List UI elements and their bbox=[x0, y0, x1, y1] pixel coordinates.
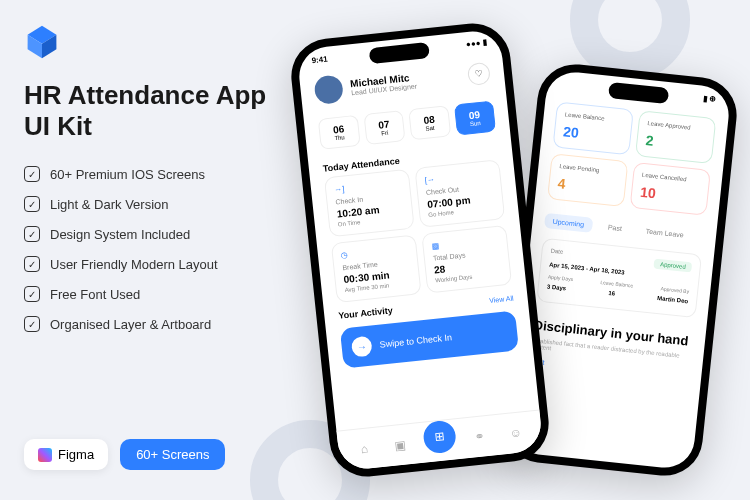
tab-team[interactable]: Team Leave bbox=[637, 223, 692, 244]
date-option[interactable]: 08Sat bbox=[408, 105, 451, 140]
signal-icon: ●●● ▮ bbox=[466, 38, 488, 49]
user-icon: ☺ bbox=[509, 425, 523, 440]
home-icon: ⌂ bbox=[360, 442, 369, 457]
view-all-link[interactable]: View All bbox=[489, 294, 514, 304]
activity-heading: Your Activity bbox=[338, 305, 393, 321]
arrow-right-icon: → bbox=[351, 336, 373, 358]
promo-card: Disciplinary in your hand established fa… bbox=[517, 306, 707, 391]
feature-item: ✓Design System Included bbox=[24, 226, 284, 242]
date-option-selected[interactable]: 09Sun bbox=[453, 101, 496, 136]
notification-button[interactable]: ♡ bbox=[467, 62, 491, 86]
grid-icon: ⊞ bbox=[434, 429, 445, 444]
signal-icon: ▮ ⊕ bbox=[703, 94, 717, 104]
tab-upcoming[interactable]: Upcoming bbox=[544, 213, 593, 233]
date-option[interactable]: 07Fri bbox=[363, 110, 406, 145]
check-icon: ✓ bbox=[24, 226, 40, 242]
nav-home[interactable]: ⌂ bbox=[351, 436, 377, 462]
leave-pending-card[interactable]: Leave Pending4 bbox=[547, 153, 628, 207]
screens-count-badge: 60+ Screens bbox=[120, 439, 225, 470]
checkin-card[interactable]: →]Check In10:20 amOn Time bbox=[324, 169, 415, 238]
nav-center[interactable]: ⊞ bbox=[422, 419, 457, 454]
feature-item: ✓User Friendly Modern Layout bbox=[24, 256, 284, 272]
check-icon: ✓ bbox=[24, 286, 40, 302]
totaldays-card[interactable]: ▦Total Days28Working Days bbox=[421, 225, 512, 294]
leave-approved-card[interactable]: Leave Approved2 bbox=[635, 110, 716, 164]
figma-badge: Figma bbox=[24, 439, 108, 470]
check-icon: ✓ bbox=[24, 196, 40, 212]
calendar-icon: ▣ bbox=[394, 438, 406, 453]
check-icon: ✓ bbox=[24, 316, 40, 332]
break-card[interactable]: ◷Break Time00:30 minAvg Time 30 min bbox=[331, 234, 422, 303]
feature-item: ✓60+ Premium IOS Screens bbox=[24, 166, 284, 182]
page-title: HR Attendance App UI Kit bbox=[24, 80, 284, 142]
nav-profile[interactable]: ☺ bbox=[502, 420, 528, 446]
avatar[interactable] bbox=[313, 74, 344, 105]
feature-item: ✓Light & Dark Version bbox=[24, 196, 284, 212]
checkout-card[interactable]: [→Check Out07:00 pmGo Home bbox=[414, 159, 505, 228]
nav-calendar[interactable]: ▣ bbox=[387, 432, 413, 458]
leave-balance-card[interactable]: Leave Balance20 bbox=[552, 102, 633, 156]
check-icon: ✓ bbox=[24, 256, 40, 272]
feature-item: ✓Organised Layer & Artboard bbox=[24, 316, 284, 332]
feature-item: ✓Free Font Used bbox=[24, 286, 284, 302]
bottom-nav: ⌂ ▣ ⊞ ⚭ ☺ bbox=[336, 409, 543, 471]
leave-detail-card[interactable]: DateApproved Apr 15, 2023 - Apr 18, 2023… bbox=[536, 238, 702, 318]
figma-icon bbox=[38, 448, 52, 462]
bell-icon: ♡ bbox=[474, 68, 483, 79]
phone-mockups: 9:41●●● ▮ Michael Mitc Lead UI/UX Design… bbox=[310, 20, 730, 480]
leave-cancelled-card[interactable]: Leave Cancelled10 bbox=[630, 162, 711, 216]
people-icon: ⚭ bbox=[474, 429, 485, 444]
status-badge: Approved bbox=[654, 259, 693, 273]
check-icon: ✓ bbox=[24, 166, 40, 182]
app-logo-icon bbox=[24, 24, 60, 60]
date-option[interactable]: 06Thu bbox=[318, 115, 361, 150]
nav-team[interactable]: ⚭ bbox=[467, 424, 493, 450]
phone-mockup-primary: 9:41●●● ▮ Michael Mitc Lead UI/UX Design… bbox=[288, 20, 553, 481]
tab-past[interactable]: Past bbox=[599, 219, 630, 237]
feature-list: ✓60+ Premium IOS Screens ✓Light & Dark V… bbox=[24, 166, 284, 332]
